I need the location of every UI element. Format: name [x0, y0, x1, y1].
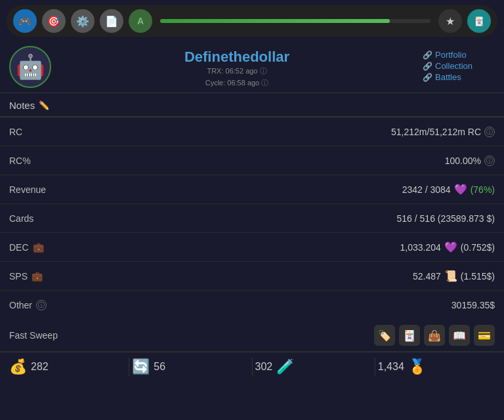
- sweep-icon-book[interactable]: 📖: [449, 325, 470, 346]
- profile-center: Definethedollar TRX: 06:52 ago ⓘ Cycle: …: [60, 46, 413, 89]
- gold-value: 282: [31, 361, 49, 373]
- controller-icon[interactable]: 🎯: [42, 9, 66, 33]
- dec-gem-icon: 💜: [444, 241, 457, 253]
- collection-link[interactable]: 🔗 Collection: [423, 61, 472, 71]
- rc-info-icon[interactable]: ⓘ: [484, 127, 495, 137]
- sps-row: SPS 💼 52.487 📜 (1.515$): [0, 262, 504, 291]
- sps-label: SPS 💼: [9, 271, 43, 282]
- rc-percent-value: 100.00% ⓘ: [445, 156, 495, 166]
- revenue-percent: (76%): [471, 184, 495, 195]
- notes-label: Notes: [9, 100, 35, 111]
- settings-icon[interactable]: ⚙️: [71, 9, 94, 33]
- sps-gem-icon: 📜: [444, 270, 457, 282]
- sweep-icon-tag[interactable]: 🏷️: [374, 325, 395, 346]
- nav-progress-fill: [160, 19, 390, 23]
- document-icon[interactable]: 📄: [100, 9, 123, 33]
- cycle-value: 56: [154, 361, 165, 373]
- battles-link[interactable]: 🔗 Battles: [423, 72, 461, 82]
- rc-percent-row: RC% 100.00% ⓘ: [0, 146, 504, 175]
- rc-percent-label: RC%: [9, 156, 31, 166]
- potion-icon: 🧪: [276, 358, 294, 375]
- sweep-icons: 🏷️ 🃏 👜 📖 💳: [374, 325, 495, 346]
- sps-extra: (1.515$): [461, 271, 495, 282]
- notes-section: Notes ✏️: [0, 94, 504, 117]
- top-nav: 🎮 🎯 ⚙️ 📄 A ★ 🃏: [7, 5, 497, 37]
- separator-3: [375, 358, 375, 376]
- other-value: 30159.35$: [452, 300, 495, 310]
- card-icon[interactable]: 🃏: [467, 9, 491, 33]
- cards-row: Cards 516 / 516 (23589.873 $): [0, 204, 504, 233]
- revenue-row: Revenue 2342 / 3084 💜 (76%): [0, 175, 504, 204]
- link-icon: 🔗: [423, 62, 432, 71]
- cards-label: Cards: [9, 213, 33, 224]
- avatar: 🤖: [9, 46, 51, 88]
- potion-count: 302: [255, 361, 273, 373]
- separator-1: [129, 358, 129, 376]
- sps-value: 52.487 📜 (1.515$): [413, 270, 495, 282]
- separator-2: [252, 358, 253, 376]
- rc-row: RC 51,212m/51,212m RC ⓘ: [0, 117, 504, 146]
- profile-links: 🔗 Portfolio 🔗 Collection 🔗 Battles: [423, 46, 495, 82]
- link-icon: 🔗: [423, 51, 432, 60]
- fast-sweep-row: Fast Sweep 🏷️ 🃏 👜 📖 💳: [0, 320, 504, 352]
- profile-header: 🤖 Definethedollar TRX: 06:52 ago ⓘ Cycle…: [0, 42, 504, 91]
- gold-item: 💰 282: [9, 358, 126, 375]
- other-info-icon[interactable]: ⓘ: [36, 300, 47, 310]
- game-icon[interactable]: 🎮: [13, 9, 37, 33]
- revenue-value: 2342 / 3084 💜 (76%): [402, 183, 495, 196]
- dec-extra: (0.752$): [461, 242, 495, 253]
- revenue-gem-icon: 💜: [454, 183, 467, 196]
- profile-name: Definethedollar: [184, 49, 289, 66]
- other-row: Other ⓘ 30159.35$: [0, 291, 504, 320]
- fast-sweep-label: Fast Sweep: [9, 330, 58, 341]
- notes-edit-icon[interactable]: ✏️: [39, 100, 49, 110]
- dec-wallet-icon: 💼: [33, 242, 44, 253]
- bottom-bar: 💰 282 🔄 56 302 🧪 1,434 🏅: [0, 352, 504, 381]
- profile-meta: TRX: 06:52 ago ⓘ Cycle: 06:58 ago ⓘ: [205, 66, 269, 89]
- person-icon[interactable]: A: [129, 9, 152, 33]
- sps-wallet-icon: 💼: [32, 271, 43, 282]
- cycle-item: 🔄 56: [132, 358, 249, 375]
- stats-container: RC 51,212m/51,212m RC ⓘ RC% 100.00% ⓘ Re…: [0, 117, 504, 320]
- other-label: Other ⓘ: [9, 300, 47, 310]
- sweep-icon-wallet[interactable]: 💳: [474, 325, 495, 346]
- dec-row: DEC 💼 1,033.204 💜 (0.752$): [0, 233, 504, 262]
- rc-percent-info-icon[interactable]: ⓘ: [484, 156, 495, 166]
- revenue-label: Revenue: [9, 184, 46, 195]
- dec-label: DEC 💼: [9, 242, 44, 253]
- badge-icon: 🏅: [408, 358, 426, 375]
- nav-progress-bar: [160, 19, 430, 23]
- gold-icon: 💰: [9, 358, 27, 375]
- sweep-icon-bag[interactable]: 👜: [424, 325, 445, 346]
- cards-value: 516 / 516 (23589.873 $): [397, 213, 495, 224]
- badge-count: 1,434: [378, 361, 404, 373]
- rc-value: 51,212m/51,212m RC ⓘ: [391, 127, 495, 137]
- badge-item: 1,434 🏅: [378, 358, 495, 375]
- dec-value: 1,033.204 💜 (0.752$): [400, 241, 495, 253]
- portfolio-link[interactable]: 🔗 Portfolio: [423, 50, 467, 60]
- sweep-icon-card[interactable]: 🃏: [399, 325, 420, 346]
- link-icon: 🔗: [423, 73, 432, 82]
- rc-label: RC: [9, 127, 22, 137]
- star-icon[interactable]: ★: [438, 9, 462, 33]
- cycle-icon: 🔄: [132, 358, 150, 375]
- potion-item: 302 🧪: [255, 358, 372, 375]
